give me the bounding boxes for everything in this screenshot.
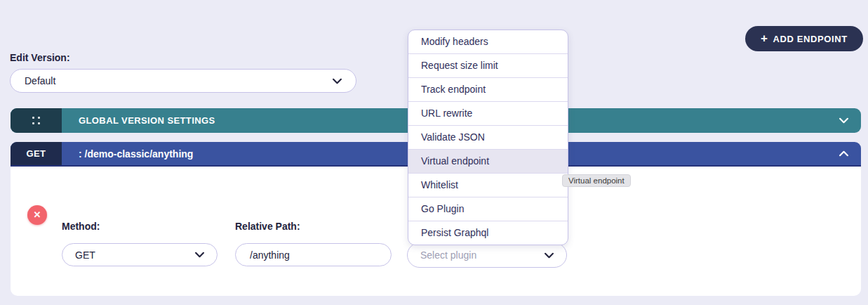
plugin-menu-item[interactable]: Validate JSON [408,126,568,150]
add-endpoint-button[interactable]: + ADD ENDPOINT [745,26,863,51]
edit-version-label: Edit Version: [10,52,70,63]
chevron-down-icon [195,252,204,258]
plus-icon: + [761,32,768,44]
chevron-up-icon [839,150,848,157]
version-select[interactable]: Default [10,69,356,93]
collapse-toggle[interactable] [839,150,848,157]
add-endpoint-label: ADD ENDPOINT [773,34,848,44]
chevron-down-icon [839,117,848,124]
plugin-menu-item[interactable]: Persist Graphql [408,221,568,245]
plugin-menu-item[interactable]: Whitelist [408,174,568,197]
plugin-menu: Modify headers Request size limit Track … [408,30,568,245]
endpoint-method-badge: GET [11,142,62,165]
method-select[interactable]: GET [62,243,218,266]
endpoint-designer-page: + ADD ENDPOINT Edit Version: Default GLO… [0,0,868,305]
plugin-select-placeholder: Select plugin [420,249,476,261]
endpoint-method: GET [27,148,46,159]
plugin-menu-item[interactable]: URL rewrite [408,102,568,126]
method-label: Method: [62,221,100,232]
version-select-value: Default [25,75,55,86]
drag-handle-icon [32,117,41,125]
tooltip: Virtual endpoint [562,174,631,187]
plugin-menu-item[interactable]: Modify headers [408,30,568,54]
collapse-toggle[interactable] [839,117,848,124]
plugin-menu-item[interactable]: Virtual endpoint [408,150,568,174]
remove-endpoint-button[interactable]: ✕ [27,205,47,225]
relative-path-field-wrap [235,243,392,266]
plugin-menu-item[interactable]: Request size limit [408,54,568,78]
drag-handle[interactable] [11,108,62,133]
plugin-menu-item[interactable]: Track endpoint [408,78,568,102]
global-version-settings-title: GLOBAL VERSION SETTINGS [79,115,215,126]
chevron-down-icon [545,252,554,259]
method-select-value: GET [75,249,95,261]
plugin-select[interactable]: Select plugin [407,242,567,268]
chevron-down-icon [333,78,342,84]
relative-path-label: Relative Path: [235,221,300,232]
endpoint-path: : /demo-classic/anything [79,148,193,160]
relative-path-input[interactable] [248,249,378,261]
plugin-menu-item[interactable]: Go Plugin [408,197,568,221]
